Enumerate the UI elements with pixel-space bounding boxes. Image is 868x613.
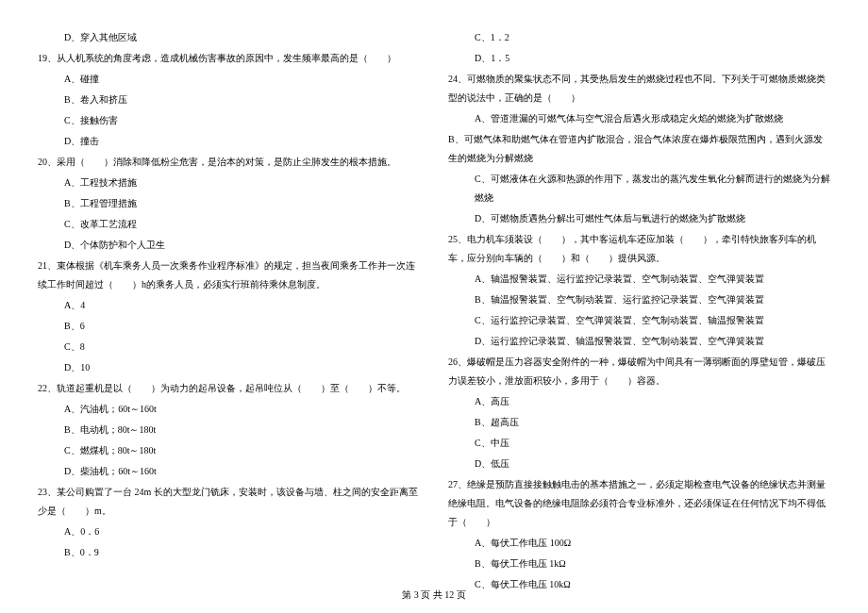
q24-option-a: A、管道泄漏的可燃气体与空气混合后遇火形成稳定火焰的燃烧为扩散燃烧 [448,109,830,128]
q20-option-a: A、工程技术措施 [38,174,420,192]
q23-option-c: C、1．2 [448,28,830,47]
q25-option-c: C、运行监控记录装置、空气弹簧装置、空气制动装置、轴温报警装置 [448,311,830,330]
q21-option-a: A、4 [38,296,420,315]
q26-option-c: C、中压 [448,434,830,453]
q19-option-a: A、碰撞 [38,70,420,89]
q23-stem: 23、某公司购置了一台 24m 长的大型龙门铣床，安装时，该设备与墙、柱之间的安… [38,483,420,521]
q26-stem: 26、爆破帽是压力容器安全附件的一种，爆破帽为中间具有一薄弱断面的厚壁短管，爆破… [448,353,830,390]
q24-option-d: D、可燃物质遇热分解出可燃性气体后与氧进行的燃烧为扩散燃烧 [448,209,830,228]
q22-stem: 22、轨道起重机是以（ ）为动力的起吊设备，起吊吨位从（ ）至（ ）不等。 [38,379,420,398]
q21-option-d: D、10 [38,358,420,377]
q22-option-b: B、电动机；80t～180t [38,421,420,439]
q22-option-d: D、柴油机；60t～160t [38,462,420,481]
q21-option-b: B、6 [38,317,420,336]
q22-option-c: C、燃煤机；80t～180t [38,441,420,460]
q25-option-a: A、轴温报警装置、运行监控记录装置、空气制动装置、空气弹簧装置 [448,270,830,289]
page-footer: 第 3 页 共 12 页 [0,588,868,602]
left-column: D、穿入其他区域 19、从人机系统的角度考虑，造成机械伤害事故的原因中，发生频率… [38,28,420,585]
q24-option-b: B、可燃气体和助燃气体在管道内扩散混合，混合气体浓度在爆炸极限范围内，遇到火源发… [448,130,830,168]
q22-option-a: A、汽油机；60t～160t [38,400,420,419]
q26-option-d: D、低压 [448,455,830,473]
q21-option-c: C、8 [38,338,420,356]
right-column: C、1．2 D、1．5 24、可燃物质的聚集状态不同，其受热后发生的燃烧过程也不… [448,28,830,585]
q19-stem: 19、从人机系统的角度考虑，造成机械伤害事故的原因中，发生频率最高的是（ ） [38,49,420,68]
q23-option-d: D、1．5 [448,49,830,68]
q25-option-b: B、轴温报警装置、空气制动装置、运行监控记录装置、空气弹簧装置 [448,290,830,309]
q24-option-c: C、可燃液体在火源和热源的作用下，蒸发出的蒸汽发生氧化分解而进行的燃烧为分解燃烧 [448,170,830,207]
q18-option-d: D、穿入其他区域 [38,28,420,47]
q19-option-c: C、接触伤害 [38,111,420,130]
q26-option-b: B、超高压 [448,413,830,432]
q27-stem: 27、绝缘是预防直接接触触电击的基本措施之一，必须定期检查电气设备的绝缘状态并测… [448,475,830,532]
q19-option-d: D、撞击 [38,132,420,151]
content-columns: D、穿入其他区域 19、从人机系统的角度考虑，造成机械伤害事故的原因中，发生频率… [38,28,830,585]
q21-stem: 21、束体根据《机车乘务人员一次乘务作业程序标准》的规定，担当夜间乘务工作并一次… [38,257,420,294]
q27-option-a: A、每伏工作电压 100Ω [448,534,830,553]
q23-option-b: B、0．9 [38,543,420,562]
q25-stem: 25、电力机车须装设（ ），其中客运机车还应加装（ ），牵引特快旅客列车的机车，… [448,230,830,268]
q20-option-b: B、工程管理措施 [38,194,420,213]
q20-stem: 20、采用（ ）消除和降低粉尘危害，是治本的对策，是防止尘肺发生的根本措施。 [38,153,420,172]
q27-option-b: B、每伏工作电压 1kΩ [448,555,830,573]
q20-option-c: C、改革工艺流程 [38,215,420,234]
q25-option-d: D、运行监控记录装置、轴温报警装置、空气制动装置、空气弹簧装置 [448,332,830,351]
q23-option-a: A、0．6 [38,522,420,541]
q19-option-b: B、卷入和挤压 [38,91,420,109]
q24-stem: 24、可燃物质的聚集状态不同，其受热后发生的燃烧过程也不同。下列关于可燃物质燃烧… [448,70,830,108]
q20-option-d: D、个体防护和个人卫生 [38,236,420,255]
q26-option-a: A、高压 [448,392,830,411]
